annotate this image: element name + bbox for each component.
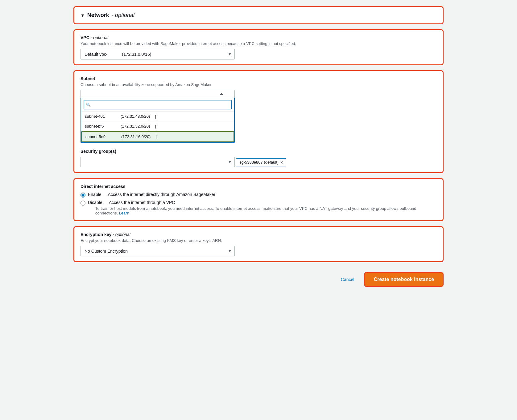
subnet-cidr-0: (172.31.48.0/20) [121,114,150,119]
collapse-arrow-icon[interactable]: ▼ [81,13,85,18]
subnet-search-icon-wrapper [84,100,232,109]
subnet-cidr-1: (172.31.32.0/20) [121,124,150,128]
radio-enable[interactable]: Enable — Access the internet directly th… [81,192,436,198]
create-notebook-button[interactable]: Create notebook instance [364,272,444,287]
radio-group: Enable — Access the internet directly th… [81,192,436,215]
radio-enable-input[interactable] [81,193,85,198]
security-group-label: Security group(s) [81,149,436,154]
subnet-option-1[interactable]: subnet-bf5 (172.31.32.0/20) | [81,121,234,131]
direct-internet-label: Direct internet access [81,184,436,189]
security-group-badge-text: sg-5383e807 (default) [239,160,279,165]
subnet-arrow-up-icon [220,93,223,95]
subnet-pipe-0: | [155,114,156,119]
security-group-select[interactable] [81,157,235,167]
encryption-description: Encrypt your notebook data. Choose an ex… [81,238,436,243]
radio-disable-label: Disable — Access the internet through a … [88,200,175,205]
footer-bar: Cancel Create notebook instance [73,267,444,292]
encryption-label: Encryption key - optional [81,232,436,237]
encryption-section: Encryption key - optional Encrypt your n… [73,226,444,262]
radio-disable-input[interactable] [81,201,85,206]
security-group-container: Security group(s) ▼ sg-5383e807 (default… [81,149,436,167]
learn-more-link[interactable]: Learn [119,211,129,215]
security-group-remove-icon[interactable]: × [280,160,283,165]
direct-internet-section: Direct internet access Enable — Access t… [73,178,444,221]
security-group-badge: sg-5383e807 (default) × [236,158,286,166]
security-group-select-wrapper: ▼ [81,157,235,167]
subnet-option-0[interactable]: subnet-401 (172.31.48.0/20) | [81,112,234,121]
subnet-pipe-2: | [155,134,156,139]
subnet-cidr-2: (172.31.16.0/20) [121,134,151,139]
subnet-search-area [81,98,234,112]
subnet-name-1: subnet-bf5 [85,124,116,128]
radio-disable-description: To train or host models from a notebook,… [95,206,436,215]
subnet-description: Choose a subnet in an availability zone … [81,82,436,87]
radio-disable[interactable]: Disable — Access the internet through a … [81,200,436,215]
encryption-select[interactable]: No Custom Encryption [81,246,235,256]
vpc-section: VPC - optional Your notebook instance wi… [73,29,444,65]
subnet-option-2[interactable]: subnet-5e9 (172.31.16.0/20) | [81,131,234,142]
vpc-select-wrapper: Default vpc- (172.31.0.0/16) ▼ [81,49,235,59]
subnet-name-2: subnet-5e9 [85,134,116,139]
network-optional: - optional [112,12,134,18]
subnet-search-input[interactable] [84,100,232,109]
cancel-button[interactable]: Cancel [336,275,359,284]
radio-disable-content: Disable — Access the internet through a … [88,200,436,215]
network-label: Network [87,12,109,18]
page-container: ▼ Network - optional VPC - optional Your… [73,6,444,292]
subnet-section: Subnet Choose a subnet in an availabilit… [73,70,444,173]
subnet-label: Subnet [81,76,436,81]
encryption-select-wrapper: No Custom Encryption ▼ [81,246,235,256]
subnet-dropdown: subnet-401 (172.31.48.0/20) | subnet-bf5… [81,98,235,143]
subnet-pipe-1: | [155,124,156,128]
radio-enable-label: Enable — Access the internet directly th… [88,192,215,197]
vpc-description: Your notebook instance will be provided … [81,41,436,46]
vpc-label: VPC - optional [81,35,436,40]
network-section-header[interactable]: ▼ Network - optional [73,6,444,24]
subnet-dropdown-container: subnet-401 (172.31.48.0/20) | subnet-bf5… [81,90,235,143]
vpc-select[interactable]: Default vpc- (172.31.0.0/16) [81,49,235,59]
subnet-trigger[interactable] [81,90,235,98]
network-title: ▼ Network - optional [81,12,436,18]
subnet-name-0: subnet-401 [85,114,116,119]
